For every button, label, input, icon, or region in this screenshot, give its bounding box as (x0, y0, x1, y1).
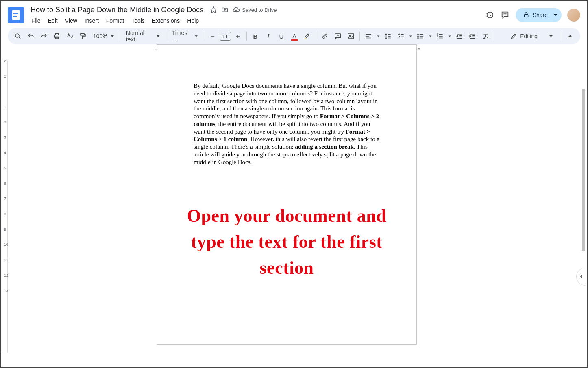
svg-point-9 (15, 34, 19, 37)
menu-insert[interactable]: Insert (81, 16, 102, 26)
toolbar: 100% Normal text Times … B I U A 123 Edi… (8, 28, 580, 44)
align-icon[interactable] (362, 30, 375, 42)
ruler-tick-label: 10 (4, 242, 8, 247)
increase-indent-icon[interactable] (466, 30, 479, 42)
separator (246, 32, 247, 41)
zoom-value: 100% (93, 33, 108, 39)
menu-extensions[interactable]: Extensions (149, 16, 183, 26)
bullet-dropdown[interactable] (427, 30, 433, 42)
line-spacing-icon[interactable] (382, 30, 394, 42)
docs-logo-icon[interactable] (8, 7, 24, 23)
menu-tools[interactable]: Tools (128, 16, 148, 26)
ruler-tick-label: 7 (4, 197, 6, 201)
menu-view[interactable]: View (62, 16, 81, 26)
menu-edit[interactable]: Edit (45, 16, 61, 26)
text-color-icon[interactable]: A (288, 30, 301, 42)
move-icon[interactable] (221, 6, 229, 13)
document-title[interactable]: How to Split a Page Down the Middle in G… (28, 5, 206, 15)
body-paragraph[interactable]: By default, Google Docs documents have a… (194, 82, 380, 166)
svg-rect-8 (524, 15, 528, 17)
svg-rect-19 (348, 34, 354, 39)
increase-font-icon[interactable] (232, 30, 244, 42)
svg-line-10 (19, 37, 20, 39)
align-dropdown[interactable] (375, 30, 381, 42)
checklist-icon[interactable] (395, 30, 407, 42)
underline-icon[interactable]: U (275, 30, 287, 42)
menu-help[interactable]: Help (184, 16, 202, 26)
highlight-icon[interactable] (301, 30, 314, 42)
svg-rect-3 (13, 16, 17, 17)
header: How to Split a Page Down the Middle in G… (1, 1, 587, 26)
svg-marker-4 (211, 7, 217, 13)
svg-rect-1 (13, 13, 18, 14)
document-page[interactable]: By default, Google Docs documents have a… (157, 44, 417, 345)
editing-mode-button[interactable]: Editing (506, 33, 557, 39)
separator (560, 32, 560, 41)
decrease-font-icon[interactable] (207, 30, 219, 42)
decrease-indent-icon[interactable] (453, 30, 466, 42)
link-icon[interactable] (319, 30, 331, 42)
ruler-tick-label: 3 (4, 136, 6, 140)
ruler-tick-label: 11 (4, 258, 8, 262)
font-select[interactable]: Times … (169, 30, 201, 42)
saved-label: Saved to Drive (242, 7, 277, 13)
svg-rect-12 (55, 33, 59, 35)
ruler-tick-label: 5 (4, 166, 6, 170)
font-size-input[interactable] (220, 32, 231, 41)
avatar[interactable] (567, 9, 580, 22)
ruler-tick-label: 6 (4, 182, 6, 186)
ruler-tick-label: 2 (4, 120, 6, 124)
italic-icon[interactable]: I (262, 30, 274, 42)
separator (494, 32, 494, 41)
paint-format-icon[interactable] (77, 30, 89, 42)
style-select[interactable]: Normal text (123, 30, 163, 42)
add-comment-icon[interactable] (332, 30, 344, 42)
header-right: Share (485, 8, 580, 22)
svg-point-25 (418, 36, 418, 37)
checklist-dropdown[interactable] (408, 30, 414, 42)
menu-format[interactable]: Format (103, 16, 127, 26)
insert-image-icon[interactable] (345, 30, 357, 42)
separator (166, 32, 166, 41)
bullet-list-icon[interactable] (414, 30, 427, 42)
svg-text:3: 3 (437, 37, 438, 40)
vertical-ruler[interactable]: 2112345678910111213 (1, 52, 9, 367)
separator (359, 32, 360, 41)
search-icon[interactable] (12, 30, 24, 42)
undo-icon[interactable] (25, 30, 37, 42)
spellcheck-icon[interactable] (64, 30, 76, 42)
print-icon[interactable] (51, 30, 63, 42)
svg-point-26 (418, 37, 418, 38)
history-icon[interactable] (485, 10, 494, 20)
share-button[interactable]: Share (516, 8, 553, 22)
svg-rect-14 (81, 33, 84, 35)
svg-point-24 (418, 34, 418, 35)
cloud-status[interactable]: Saved to Drive (233, 6, 277, 13)
ruler-tick-label: 1 (4, 74, 6, 78)
editing-label: Editing (520, 33, 538, 39)
share-dropdown[interactable] (551, 8, 562, 22)
style-value: Normal text (126, 30, 154, 43)
bold-icon[interactable]: B (249, 30, 261, 42)
menu-file[interactable]: File (28, 16, 44, 26)
numbered-dropdown[interactable] (447, 30, 453, 42)
font-value: Times … (172, 30, 192, 43)
scrollbar[interactable] (582, 89, 585, 251)
svg-rect-2 (13, 15, 18, 15)
ruler-tick-label: 2 (4, 59, 6, 63)
ruler-tick-label: 13 (4, 289, 8, 293)
zoom-select[interactable]: 100% (90, 30, 118, 42)
font-size-group (207, 30, 244, 42)
title-area: How to Split a Page Down the Middle in G… (28, 5, 485, 26)
menu-bar: File Edit View Insert Format Tools Exten… (28, 16, 485, 26)
separator (204, 32, 204, 41)
numbered-list-icon[interactable]: 123 (434, 30, 446, 42)
text-span: , the entire document will be split into… (194, 121, 370, 135)
star-icon[interactable] (210, 6, 217, 13)
separator (120, 32, 120, 41)
collapse-toolbar-icon[interactable] (564, 30, 576, 42)
ruler-tick-label: 1 (4, 105, 6, 109)
redo-icon[interactable] (38, 30, 50, 42)
comments-icon[interactable] (500, 10, 510, 20)
clear-format-icon[interactable] (479, 30, 492, 42)
